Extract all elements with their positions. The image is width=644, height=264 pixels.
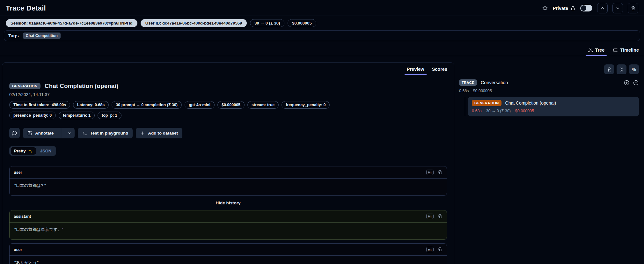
json-toggle[interactable]: JSON: [36, 147, 55, 155]
token-usage-badge: 30 → 0 (Σ 30): [250, 19, 284, 27]
trace-type-badge: TRACE: [459, 79, 477, 86]
format-toggle: Pretty JSON: [9, 146, 56, 156]
message-header-icons: M↓: [426, 170, 443, 175]
message-role: user: [14, 170, 22, 175]
param-badge: frequency_penalty: 0: [282, 101, 330, 109]
generation-node[interactable]: GENERATION Chat Completion (openai) 0.68…: [468, 97, 639, 116]
tab-scores[interactable]: Scores: [429, 65, 450, 75]
message-content: "ありがとう": [10, 256, 447, 264]
view-mode-tabs: Tree Timeline: [0, 43, 644, 56]
show-scores-button[interactable]: [604, 64, 614, 74]
observation-header: GENERATION Chat Completion (openai): [9, 83, 447, 90]
playground-button[interactable]: Test in playground: [78, 128, 133, 138]
messages-list: user M↓ "日本の首都は? " Hide history: [9, 166, 447, 264]
bookmark-star-button[interactable]: [542, 5, 548, 11]
message-header-icons: M↓: [426, 247, 443, 252]
pen-square-icon: [27, 131, 32, 136]
pretty-label: Pretty: [14, 149, 26, 153]
page-header: Trace Detail Private: [0, 0, 644, 16]
markdown-toggle-icon[interactable]: M↓: [426, 214, 434, 219]
circle-minus-icon: [633, 80, 639, 86]
param-badge: top_p: 1: [98, 112, 121, 119]
visibility-toggle[interactable]: [580, 5, 592, 11]
annotate-button[interactable]: Annotate: [23, 128, 58, 138]
tab-timeline[interactable]: Timeline: [613, 48, 639, 56]
copy-button[interactable]: [438, 247, 443, 252]
add-to-dataset-button[interactable]: Add to dataset: [136, 128, 182, 138]
tab-preview[interactable]: Preview: [404, 65, 427, 75]
annotate-dropdown-button[interactable]: [64, 128, 75, 138]
markdown-toggle-icon[interactable]: M↓: [426, 247, 434, 252]
copy-button[interactable]: [438, 170, 443, 175]
tags-label: Tags: [8, 33, 19, 38]
tag-chip[interactable]: Chat Competition: [23, 33, 61, 39]
message-header-icons: M↓: [426, 214, 443, 219]
message-spacer: [9, 240, 447, 243]
node-header: GENERATION Chat Completion (openai): [472, 100, 635, 106]
tree-node-wrap: GENERATION Chat Completion (openai) 0.68…: [458, 97, 639, 116]
observation-timestamp: 02/12/2024, 14:11:37: [9, 92, 447, 97]
user-id-badge[interactable]: User ID: dc47a41e-06bc-400d-bde1-f0e440d…: [141, 19, 247, 27]
markdown-toggle-icon[interactable]: M↓: [426, 170, 434, 175]
tree-icon: [588, 48, 593, 53]
list-tree-icon: [613, 48, 618, 53]
split-divider: [61, 128, 61, 138]
session-badge[interactable]: Session: 01aaacf6-e0fe-457d-a7de-7c1ee08…: [6, 19, 137, 27]
tags-list: Chat Competition: [23, 33, 61, 39]
award-icon: [607, 67, 612, 72]
copy-icon: [438, 214, 443, 219]
param-badge: stream: true: [247, 101, 279, 109]
visibility-label: Private: [553, 6, 568, 11]
comment-button[interactable]: [9, 128, 20, 138]
visibility-control[interactable]: Private: [553, 6, 575, 11]
actions-row: Annotate Test in playground: [9, 128, 447, 138]
expand-all-button[interactable]: [624, 80, 630, 86]
param-badge: presence_penalty: 0: [9, 112, 56, 119]
message-header: user M↓: [10, 244, 447, 256]
message-header: user M↓: [10, 166, 447, 179]
copy-icon: [438, 247, 443, 252]
node-latency: 0.68s: [472, 109, 482, 113]
pretty-toggle[interactable]: Pretty: [10, 147, 36, 155]
detail-panel-tabs: Preview Scores: [2, 63, 454, 75]
tags-container[interactable]: Tags Chat Competition: [4, 30, 640, 41]
trace-latency: 0.68s: [459, 89, 469, 93]
annotate-split-button: Annotate: [23, 128, 75, 138]
node-type-badge: GENERATION: [472, 100, 501, 106]
param-badge: gpt-4o-mini: [185, 101, 215, 109]
message-header: assistant M↓: [10, 210, 447, 223]
tab-tree[interactable]: Tree: [588, 48, 605, 56]
message-box-user-2: user M↓ "ありがとう": [9, 243, 447, 264]
page-title: Trace Detail: [6, 4, 46, 12]
hide-history-button[interactable]: Hide history: [9, 201, 447, 205]
playground-label: Test in playground: [90, 131, 128, 136]
terminal-icon: [82, 131, 87, 136]
annotate-label: Annotate: [35, 131, 54, 136]
message-box-assistant: assistant M↓ "日本の首都は東京です。": [9, 210, 447, 240]
trace-root-row[interactable]: TRACE Conversation: [458, 79, 639, 86]
delete-trace-button[interactable]: [628, 3, 638, 13]
sparkles-icon: [28, 149, 33, 153]
collapse-node-button[interactable]: [633, 80, 639, 86]
add-to-dataset-label: Add to dataset: [148, 131, 178, 136]
detail-panel-body: GENERATION Chat Completion (openai) 02/1…: [2, 75, 454, 264]
chat-bubble-icon: [12, 130, 17, 136]
prev-trace-button[interactable]: [597, 3, 608, 13]
param-badge: $0.000005: [217, 101, 245, 109]
param-badge: temperature: 1: [59, 112, 95, 119]
chevron-up-icon: [600, 6, 605, 11]
main-content: Preview Scores GENERATION Chat Completio…: [0, 56, 644, 262]
collapse-all-button[interactable]: [617, 64, 626, 74]
copy-button[interactable]: [438, 214, 443, 219]
next-trace-button[interactable]: [612, 3, 623, 13]
show-metrics-button[interactable]: %: [629, 64, 639, 74]
tab-timeline-label: Timeline: [620, 48, 639, 53]
circle-plus-icon: [624, 80, 630, 86]
lock-icon: [570, 6, 575, 11]
tab-tree-label: Tree: [595, 48, 605, 53]
message-content: "日本の首都は東京です。": [10, 223, 447, 239]
chevron-down-icon: [67, 131, 71, 135]
star-icon: [542, 5, 548, 11]
message-role: assistant: [14, 214, 31, 219]
tree-expand-controls: [624, 80, 639, 86]
